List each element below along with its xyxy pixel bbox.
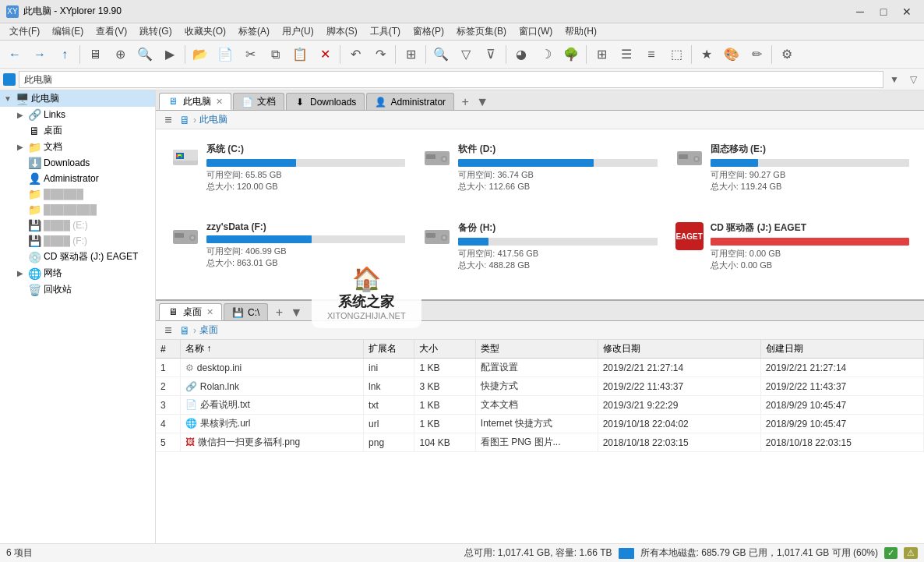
address-input[interactable]: 此电脑 — [19, 71, 883, 88]
sidebar-item-this-pc[interactable]: ▼ 🖥️ 此电脑 — [0, 90, 155, 107]
table-row[interactable]: 4 🌐果核剥壳.url url 1 KB Internet 快捷方式 2019/… — [156, 415, 924, 433]
menu-help[interactable]: 帮助(H) — [559, 23, 603, 40]
expander-documents[interactable]: ▶ — [16, 143, 25, 152]
star-button[interactable]: ★ — [695, 44, 718, 65]
menu-goto[interactable]: 跳转(G) — [133, 23, 178, 40]
sidebar-item-administrator[interactable]: 👤 Administrator — [0, 171, 155, 186]
sidebar-item-drive-e[interactable]: 💾 ████ (E:) — [0, 217, 155, 233]
menu-tools[interactable]: 工具(T) — [364, 23, 407, 40]
menu-script[interactable]: 脚本(S) — [320, 23, 364, 40]
table-row[interactable]: 5 🖼微信扫一扫更多福利.png png 104 KB 看图王 PNG 图片..… — [156, 433, 924, 452]
pencil-button[interactable]: ✏ — [745, 44, 768, 65]
tab-administrator[interactable]: 👤 Administrator — [366, 93, 454, 110]
col-created[interactable]: 创建日期 — [760, 340, 923, 359]
minimize-button[interactable]: ─ — [849, 1, 871, 23]
filter2-button[interactable]: ⊽ — [479, 44, 503, 65]
sidebar-item-network[interactable]: ▶ 🌐 网络 — [0, 265, 155, 281]
find-button[interactable]: 🔍 — [429, 44, 453, 65]
forward-button[interactable]: → — [28, 44, 51, 65]
drive-d[interactable]: 软件 (D:) 可用空间: 36.74 GB 总大小: 112.66 GB — [414, 136, 665, 214]
newfile-button[interactable]: 📄 — [213, 44, 237, 65]
tree-button[interactable]: 🌳 — [559, 44, 583, 65]
col-num[interactable]: # — [156, 340, 180, 359]
filter-button[interactable]: ▽ — [454, 44, 478, 65]
sidebar-item-item1[interactable]: 📁 ██████ — [0, 186, 155, 202]
menu-tabset[interactable]: 标签页集(B) — [450, 23, 513, 40]
col-modified[interactable]: 修改日期 — [598, 340, 760, 359]
tab-documents[interactable]: 📄 文档 — [233, 93, 284, 110]
table-row[interactable]: 2 🔗Rolan.lnk lnk 3 KB 快捷方式 2019/2/22 11:… — [156, 377, 924, 396]
bottom-tab-more-button[interactable]: ▼ — [288, 305, 304, 320]
tab-add-button[interactable]: + — [457, 94, 473, 110]
addressbar-dropdown[interactable]: ▼ — [887, 72, 902, 87]
redo-button[interactable]: ↷ — [369, 44, 392, 65]
delete-button[interactable]: ✕ — [313, 44, 337, 65]
moon-button[interactable]: ☽ — [534, 44, 558, 65]
sidebar-item-documents[interactable]: ▶ 📁 文档 — [0, 139, 155, 155]
settings-button[interactable]: ⚙ — [775, 44, 799, 65]
list-button[interactable]: ☰ — [615, 44, 638, 65]
tab-downloads[interactable]: ⬇ Downloads — [286, 93, 365, 110]
menu-view[interactable]: 查看(V) — [90, 23, 133, 40]
grid-button[interactable]: ⊞ — [590, 44, 613, 65]
copy-path-button[interactable]: ⊞ — [399, 44, 422, 65]
pie-button[interactable]: ◕ — [510, 44, 533, 65]
col-name[interactable]: 名称 ↑ — [180, 340, 363, 359]
table-row[interactable]: 3 📄必看说明.txt txt 1 KB 文本文档 2019/3/21 9:22… — [156, 396, 924, 415]
table-row[interactable]: 1 ⚙desktop.ini ini 1 KB 配置设置 2019/2/21 2… — [156, 359, 924, 377]
menu-pane[interactable]: 窗格(P) — [407, 23, 450, 40]
drive-j[interactable]: EAGET CD 驱动器 (J:) EAGET 可用空间: 0.00 GB 总大… — [666, 214, 918, 293]
open-button[interactable]: 📂 — [189, 44, 212, 65]
details-button[interactable]: ≡ — [640, 44, 663, 65]
expander-downloads[interactable] — [16, 158, 25, 168]
top-panel-menu[interactable]: ≡ — [160, 112, 176, 128]
copy-button[interactable]: ⧉ — [263, 44, 287, 65]
bottom-tab-add-button[interactable]: + — [271, 305, 287, 320]
tab-desktop-close[interactable]: ✕ — [206, 307, 213, 317]
expander-admin[interactable] — [16, 174, 25, 183]
bc-this-pc[interactable]: 此电脑 — [199, 113, 227, 126]
sidebar-item-desktop[interactable]: 🖥 桌面 — [0, 122, 155, 139]
maximize-button[interactable]: □ — [873, 1, 894, 23]
menu-window[interactable]: 窗口(W) — [513, 23, 559, 40]
addressbar-filter[interactable]: ▽ — [905, 72, 921, 87]
sidebar-item-downloads[interactable]: ⬇️ Downloads — [0, 155, 155, 171]
menu-tags[interactable]: 标签(A) — [232, 23, 276, 40]
sidebar-item-links[interactable]: ▶ 🔗 Links — [0, 107, 155, 122]
expander-desktop[interactable] — [16, 126, 25, 136]
close-button[interactable]: ✕ — [896, 1, 918, 23]
drive-f[interactable]: zzy'sData (F:) 可用空间: 406.99 GB 总大小: 863.… — [162, 214, 414, 293]
sidebar-item-item2[interactable]: 📁 ████████ — [0, 202, 155, 217]
sidebar-item-recycle[interactable]: 🗑️ 回收站 — [0, 281, 155, 298]
bottom-panel-menu[interactable]: ≡ — [160, 323, 176, 338]
tab-more-button[interactable]: ▼ — [474, 94, 490, 110]
menu-user[interactable]: 用户(U) — [276, 23, 320, 40]
menu-file[interactable]: 文件(F) — [3, 23, 46, 40]
expander-links[interactable]: ▶ — [16, 110, 25, 119]
bc-desktop[interactable]: 桌面 — [199, 323, 218, 337]
sidebar-item-drive-f[interactable]: 💾 ████ (F:) — [0, 233, 155, 249]
sidebar-item-cd[interactable]: 💿 CD 驱动器 (J:) EAGET — [0, 249, 155, 265]
monitor-button[interactable]: 🖥 — [83, 44, 107, 65]
menu-edit[interactable]: 编辑(E) — [46, 23, 90, 40]
drive-c[interactable]: 系统 (C:) 可用空间: 65.85 GB 总大小: 120.00 GB — [162, 136, 414, 214]
tab-this-pc[interactable]: 🖥 此电脑 ✕ — [159, 93, 231, 110]
col-ext[interactable]: 扩展名 — [364, 340, 414, 359]
icon-button[interactable]: ⬚ — [665, 44, 688, 65]
col-type[interactable]: 类型 — [475, 340, 598, 359]
color-button[interactable]: 🎨 — [720, 44, 743, 65]
menu-favorites[interactable]: 收藏夹(O) — [178, 23, 232, 40]
search-button[interactable]: 🔍 — [133, 44, 157, 65]
drive-h[interactable]: 备份 (H:) 可用空间: 417.56 GB 总大小: 488.28 GB — [414, 214, 665, 293]
up-button[interactable]: ↑ — [53, 44, 76, 65]
expander-this-pc[interactable]: ▼ — [3, 94, 12, 104]
home-button[interactable]: ⊕ — [108, 44, 132, 65]
tab-desktop[interactable]: 🖥 桌面 ✕ — [159, 303, 222, 320]
drive-e[interactable]: 固态移动 (E:) 可用空间: 90.27 GB 总大小: 119.24 GB — [666, 136, 918, 214]
col-size[interactable]: 大小 — [414, 340, 475, 359]
cut-button[interactable]: ✂ — [238, 44, 262, 65]
tab-this-pc-close[interactable]: ✕ — [216, 97, 223, 107]
paste-button[interactable]: 📋 — [288, 44, 312, 65]
undo-button[interactable]: ↶ — [344, 44, 367, 65]
tab-c-drive[interactable]: 💾 C:\ — [224, 303, 268, 320]
